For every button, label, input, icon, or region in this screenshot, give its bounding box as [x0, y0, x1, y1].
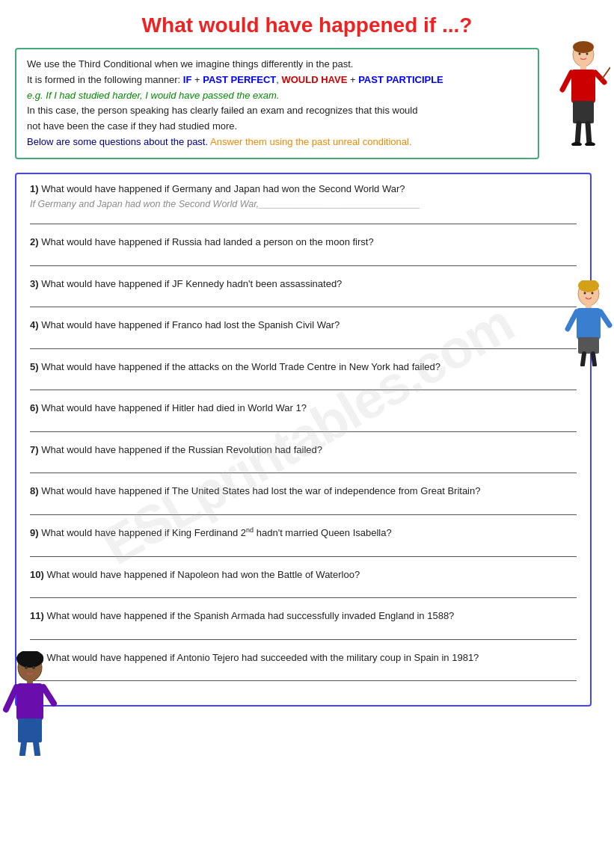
question-1: 1) What would have happened if Germany a…: [30, 182, 577, 225]
svg-line-23: [583, 354, 584, 365]
q10-num: 10): [30, 569, 44, 580]
questions-box: 1) What would have happened if Germany a…: [15, 173, 592, 707]
question-2: 2) What would have happened if Russia ha…: [30, 235, 577, 266]
q9-text-after: hadn't married Queen Isabella?: [254, 527, 392, 538]
q11-text: What would have happened if the Spanish …: [46, 610, 454, 621]
svg-line-20: [568, 312, 577, 329]
question-8: 8) What would have happened if The Unite…: [30, 484, 577, 515]
q8-answer-line: [30, 502, 577, 515]
student-left-figure: [0, 651, 60, 756]
svg-rect-6: [573, 101, 594, 123]
info-line6: Below are some questions about the past.…: [27, 135, 527, 150]
page-title: What would have happened if ...?: [15, 13, 599, 37]
q12-text: What would have happened if Antonio Teje…: [46, 652, 479, 663]
q5-text: What would have happened if the attacks …: [41, 361, 440, 372]
q7-num: 7): [30, 444, 39, 455]
question-5: 5) What would have happened if the attac…: [30, 360, 577, 391]
q2-text: What would have happened if Russia had l…: [41, 236, 373, 247]
q4-num: 4): [30, 319, 39, 330]
q12-answer-line: [30, 668, 577, 681]
question-3: 3) What would have happened if JF Kenned…: [30, 277, 577, 308]
student-right-figure: [563, 280, 614, 366]
svg-rect-30: [16, 683, 43, 721]
q11-answer-line: [30, 627, 577, 640]
q9-text-before: What would have happened if King Ferdina…: [41, 527, 246, 538]
question-9: 9) What would have happened if King Ferd…: [30, 526, 577, 557]
q6-num: 6): [30, 402, 39, 413]
q3-text: What would have happened if JF Kennedy h…: [41, 278, 342, 289]
q4-answer-line: [30, 336, 577, 349]
svg-line-9: [601, 67, 610, 80]
q9-sup: nd: [246, 526, 254, 534]
q2-num: 2): [30, 236, 39, 247]
q1-example: If Germany and Japan had won the Second …: [30, 199, 577, 209]
svg-point-12: [571, 142, 582, 146]
question-7: 7) What would have happened if the Russi…: [30, 443, 577, 474]
svg-line-31: [6, 687, 16, 710]
q7-answer-line: [30, 460, 577, 473]
svg-point-16: [584, 292, 586, 295]
question-6: 6) What would have happened if Hitler ha…: [30, 401, 577, 432]
svg-line-7: [562, 73, 571, 90]
q9-answer-line: [30, 544, 577, 557]
teacher-figure: [556, 41, 610, 146]
q5-answer-line: [30, 377, 577, 390]
svg-line-10: [577, 123, 579, 144]
svg-line-32: [43, 687, 54, 704]
question-11: 11) What would have happened if the Span…: [30, 609, 577, 640]
q6-answer-line: [30, 419, 577, 432]
question-12: 12) What would have happened if Antonio …: [30, 650, 577, 682]
q3-num: 3): [30, 278, 39, 289]
svg-line-11: [588, 123, 589, 144]
q1-answer-line: [30, 211, 577, 224]
svg-point-27: [25, 666, 28, 669]
q9-num: 9): [30, 527, 39, 538]
q10-answer-line: [30, 585, 577, 598]
q8-num: 8): [30, 485, 39, 496]
q10-text: What would have happened if Napoleon had…: [46, 569, 360, 580]
q6-text: What would have happened if Hitler had d…: [41, 402, 307, 413]
svg-point-17: [592, 292, 594, 295]
info-line5: not have been the case if they had studi…: [27, 119, 527, 135]
svg-point-28: [32, 666, 35, 669]
page: What would have happened if ...? We use …: [0, 0, 614, 868]
svg-rect-22: [578, 337, 599, 354]
q1-text: What would have happened if Germany and …: [41, 183, 405, 194]
svg-line-35: [36, 742, 37, 754]
svg-point-1: [573, 41, 594, 53]
svg-point-3: [586, 53, 589, 55]
q1-num: 1): [30, 183, 39, 194]
q5-num: 5): [30, 361, 39, 372]
svg-point-2: [579, 53, 581, 55]
info-line4: In this case, the person speaking has cl…: [27, 103, 527, 119]
svg-rect-19: [577, 308, 601, 339]
svg-line-21: [601, 312, 610, 325]
info-line2: It is formed in the following manner: IF…: [27, 73, 527, 88]
info-box: We use the Third Conditional when we ima…: [15, 48, 539, 159]
question-10: 10) What would have happened if Napoleon…: [30, 567, 577, 599]
q2-answer-line: [30, 253, 577, 266]
q11-num: 11): [30, 610, 44, 621]
svg-rect-33: [18, 718, 42, 742]
info-line3: e.g. If I had studied harder, I would ha…: [27, 88, 527, 104]
q8-text: What would have happened if The United S…: [41, 485, 480, 496]
svg-line-24: [593, 354, 595, 365]
svg-point-13: [585, 142, 595, 146]
q4-text: What would have happened if Franco had l…: [41, 319, 340, 330]
svg-line-34: [22, 742, 24, 754]
svg-rect-5: [571, 70, 595, 103]
q3-answer-line: [30, 294, 577, 307]
q7-text: What would have happened if the Russian …: [41, 444, 322, 455]
question-4: 4) What would have happened if Franco ha…: [30, 318, 577, 349]
info-line1: We use the Third Conditional when we ima…: [27, 57, 527, 73]
